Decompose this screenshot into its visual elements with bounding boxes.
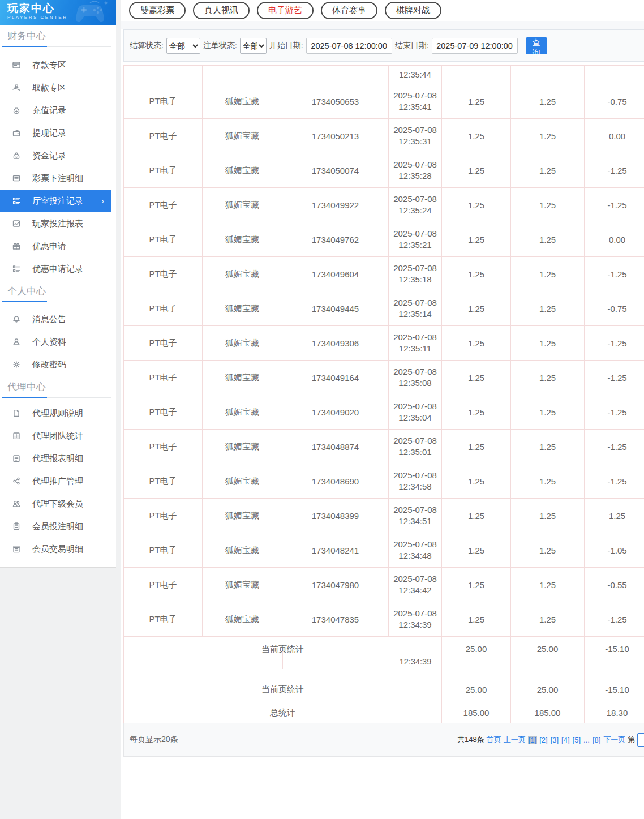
sidebar-item-label: 代理下级会员	[32, 499, 83, 509]
sidebar-item-members[interactable]: 代理下级会员	[0, 492, 116, 515]
category-tab[interactable]: 电子游艺	[257, 2, 314, 19]
cell-result: -1.25	[585, 326, 644, 361]
page-link[interactable]: [2]	[539, 736, 548, 744]
table-row: PT电子狐媚宝藏17340483992025-07-0812:34:511.25…	[124, 499, 644, 533]
start-date-input[interactable]	[306, 38, 392, 54]
sidebar-item-hall-bet[interactable]: 厅室投注记录›	[0, 190, 111, 212]
page-ellipsis: ...	[583, 736, 590, 744]
cell-order: 1734050653	[282, 84, 389, 119]
members-icon	[12, 499, 21, 508]
order-status-label: 注单状态:	[203, 41, 237, 51]
sidebar-item-label: 会员交易明细	[32, 544, 83, 555]
category-tab[interactable]: 体育赛事	[321, 2, 377, 19]
sidebar-item-withdraw-record[interactable]: 提现记录	[0, 122, 116, 144]
cell-order: 1734049445	[282, 291, 389, 326]
sidebar-item-team-stats[interactable]: 代理团队统计	[0, 424, 116, 447]
category-tab[interactable]: 雙赢彩票	[129, 2, 186, 19]
sidebar-item-funds-record[interactable]: 资金记录	[0, 144, 116, 167]
page-link[interactable]: [5]	[572, 736, 581, 744]
cell-game: 狐媚宝藏	[203, 568, 282, 602]
sidebar-item-label: 厅室投注记录	[32, 196, 83, 207]
cell-platform: PT电子	[124, 326, 203, 361]
sidebar-item-doc[interactable]: 代理规则说明	[0, 402, 116, 424]
page-link[interactable]: [1]	[528, 736, 537, 744]
sidebar-item-label: 取款专区	[32, 83, 66, 93]
cell-order: 1734050213	[282, 119, 389, 153]
cell-datetime: 2025-07-0812:35:31	[389, 119, 442, 153]
pagination-bar: 每页显示20条 共148条 首页 上一页 [1][2][3][4][5]...[…	[123, 723, 644, 757]
cell-result: -1.25	[585, 361, 644, 395]
sidebar-item-withdraw[interactable]: 取款专区	[0, 76, 116, 99]
filter-bar: 结算状态: 全部 注单状态: 全部 开始日期: 结束日期: 查询	[123, 29, 644, 62]
sidebar-item-deposit[interactable]: 存款专区	[0, 54, 116, 76]
player-report-icon	[12, 219, 21, 228]
gamepad-icon	[73, 1, 113, 24]
page-stats-result: -15.10	[585, 678, 644, 701]
sidebar-item-bell[interactable]: 消息公告	[0, 308, 116, 331]
cell-platform: PT电子	[124, 533, 203, 568]
sidebar-item-label: 优惠申请记录	[32, 264, 83, 275]
cell-platform: PT电子	[124, 568, 203, 602]
sidebar-item-gear[interactable]: 修改密码	[0, 353, 116, 376]
page-link[interactable]: [8]	[592, 736, 601, 744]
sidebar-item-label: 资金记录	[32, 151, 66, 161]
cell-valid: 1.25	[511, 464, 585, 499]
page-stats-valid: 25.00	[511, 637, 585, 678]
page-link[interactable]: [3]	[550, 736, 559, 744]
sidebar-item-person[interactable]: 个人资料	[0, 331, 116, 353]
sidebar-item-member-bet[interactable]: 会员投注明细	[0, 515, 116, 538]
category-tab[interactable]: 棋牌对战	[385, 2, 441, 19]
first-page-link[interactable]: 首页	[487, 735, 501, 745]
cell-bet: 1.25	[442, 568, 511, 602]
page-link[interactable]: [4]	[561, 736, 570, 744]
end-date-input[interactable]	[432, 38, 518, 54]
sidebar-item-label: 个人资料	[32, 337, 66, 348]
cell-bet: 1.25	[442, 119, 511, 153]
cell-datetime: 2025-07-0812:35:24	[389, 188, 442, 222]
table-row: PT电子狐媚宝藏17340499222025-07-0812:35:241.25…	[124, 188, 644, 222]
page-stats-row-tall: 当前页统计 12:34:39 25.00 25.00 -15.10	[124, 637, 644, 678]
table-row: PT电子狐媚宝藏17340479802025-07-0812:34:421.25…	[124, 568, 644, 602]
cell-platform: PT电子	[124, 291, 203, 326]
cell-bet: 1.25	[442, 326, 511, 361]
cell-game: 狐媚宝藏	[203, 84, 282, 119]
next-page-link[interactable]: 下一页	[603, 735, 625, 745]
category-tab[interactable]: 真人视讯	[193, 2, 250, 19]
cell-datetime: 2025-07-0812:35:18	[389, 257, 442, 291]
cell-valid: 1.25	[511, 395, 585, 430]
order-status-select[interactable]: 全部	[240, 38, 267, 54]
withdraw-icon	[12, 83, 21, 92]
sidebar-section-title: 财务中心	[2, 29, 111, 47]
sidebar-item-label: 玩家投注报表	[32, 218, 83, 229]
sidebar-item-label: 彩票下注明细	[32, 173, 83, 184]
jump-page-input[interactable]	[637, 733, 644, 747]
promo-record-icon	[12, 264, 21, 273]
sidebar-menu: 代理规则说明代理团队统计代理报表明细代理推广管理代理下级会员会员投注明细会员交易…	[0, 398, 116, 560]
sidebar-item-label: 存款专区	[32, 60, 66, 71]
sidebar-item-report-detail[interactable]: 代理报表明细	[0, 447, 116, 470]
sidebar-item-player-report[interactable]: 玩家投注报表	[0, 212, 116, 235]
total-valid: 185.00	[511, 701, 585, 724]
cell-datetime: 2025-07-0812:34:48	[389, 533, 442, 568]
sidebar-item-recharge-record[interactable]: 充值记录	[0, 99, 116, 122]
cell-valid: 1.25	[511, 430, 585, 464]
cell-result: -1.05	[585, 533, 644, 568]
table-row: PT电子狐媚宝藏17340478352025-07-0812:34:391.25…	[124, 602, 644, 637]
cell-order: 1734049306	[282, 326, 389, 361]
cell-bet: 1.25	[442, 257, 511, 291]
sidebar-item-member-trade[interactable]: 会员交易明细	[0, 538, 116, 560]
sidebar-item-share[interactable]: 代理推广管理	[0, 470, 116, 492]
sidebar-item-lottery-bet[interactable]: 彩票下注明细	[0, 167, 116, 190]
sidebar-item-promo-record[interactable]: 优惠申请记录	[0, 258, 116, 280]
overlap-time: 12:34:39	[389, 657, 442, 666]
query-button[interactable]: 查询	[526, 37, 547, 54]
cell-datetime: 2025-07-0812:35:08	[389, 361, 442, 395]
cell-order: 1734048399	[282, 499, 389, 533]
cell-platform: PT电子	[124, 222, 203, 257]
clipped-row-time: 12:35:44	[389, 66, 442, 84]
settle-status-select[interactable]: 全部	[166, 38, 200, 54]
prev-page-link[interactable]: 上一页	[504, 735, 526, 745]
cell-bet: 1.25	[442, 222, 511, 257]
cell-valid: 1.25	[511, 326, 585, 361]
sidebar-item-promo-apply[interactable]: 优惠申请	[0, 235, 116, 258]
